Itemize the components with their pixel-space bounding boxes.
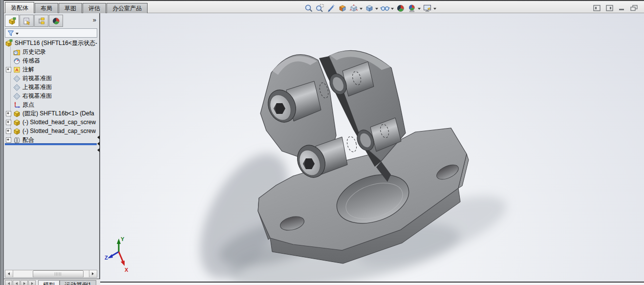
tab-office-products[interactable]: 办公室产品 <box>107 3 148 13</box>
panel-splitter-handle[interactable] <box>97 148 100 152</box>
expand-plus-icon[interactable] <box>6 129 11 134</box>
view-orientation-dropdown-icon[interactable] <box>359 4 364 13</box>
tab-assembly[interactable]: 装配体 <box>5 2 34 13</box>
display-style-icon[interactable] <box>364 3 375 13</box>
tree-item-label: 传感器 <box>22 57 40 65</box>
zoom-to-area-icon[interactable] <box>314 3 325 13</box>
study-nav-buttons <box>5 280 36 285</box>
panel-tab-bar <box>5 15 64 27</box>
panel-horizontal-scrollbar[interactable] <box>5 270 97 278</box>
tree-item-top-plane[interactable]: 上视基准面 <box>5 83 52 91</box>
bottom-edge-strip <box>100 283 644 285</box>
propertymanager-icon[interactable] <box>20 15 34 27</box>
svg-text:A: A <box>15 67 19 72</box>
tree-item-component-screw1[interactable]: (-) Slotted_head_cap_screw <box>5 118 96 127</box>
tree-item-label: 原点 <box>22 101 34 109</box>
tree-item-label: 注解 <box>22 66 34 74</box>
plane-icon <box>13 84 21 91</box>
bottom-tab-strip: 模型 运动算例1 <box>4 279 100 285</box>
first-record-icon[interactable] <box>5 280 12 285</box>
panel-splitter-handle[interactable] <box>97 142 100 146</box>
model-motion-tabs: 模型 运动算例1 <box>38 280 96 285</box>
expand-plus-icon[interactable] <box>6 120 11 125</box>
tree-item-history[interactable]: 历史记录 <box>5 47 46 56</box>
filter-funnel-icon <box>7 29 15 37</box>
tree-item-sensors[interactable]: 传感器 <box>5 56 40 65</box>
scroll-right-arrow-icon[interactable] <box>89 270 97 277</box>
tree-item-label: 配合 <box>22 136 34 144</box>
expand-plus-icon[interactable] <box>6 111 11 116</box>
graphics-area[interactable]: Y Z X <box>100 13 644 283</box>
tab-label: 办公室产品 <box>112 5 142 12</box>
triad-x-arrow <box>121 261 125 266</box>
tree-item-front-plane[interactable]: 前视基准面 <box>5 74 52 83</box>
tab-sketch[interactable]: 草图 <box>59 3 82 13</box>
origin-icon <box>13 101 21 109</box>
view-orientation-icon[interactable] <box>348 3 359 13</box>
tab-label: 布局 <box>41 5 52 12</box>
expand-plus-icon[interactable] <box>6 137 11 143</box>
edit-appearance-icon[interactable] <box>395 3 406 13</box>
triad-z-arrow <box>107 254 113 259</box>
hide-show-items-icon[interactable] <box>379 3 390 13</box>
annotations-icon: A <box>13 66 21 73</box>
tab-evaluate[interactable]: 评估 <box>83 3 106 13</box>
reference-triad: Y Z X <box>104 236 133 275</box>
tree-item-label: (固定) SHFTL16b<1> (Defa <box>22 110 94 118</box>
view-settings-icon[interactable] <box>422 3 433 13</box>
triad-y-arrow <box>117 239 121 244</box>
component-icon <box>13 128 21 135</box>
plane-icon <box>13 92 21 100</box>
filter-dropdown-icon[interactable] <box>15 29 20 37</box>
tab-label: 模型 <box>43 282 55 285</box>
scrollbar-track[interactable] <box>13 270 89 277</box>
tree-item-label: 右视基准面 <box>22 92 52 100</box>
configurationmanager-icon[interactable] <box>34 15 48 27</box>
tree-item-label: (-) Slotted_head_cap_screw <box>22 119 96 126</box>
tree-root-assembly[interactable]: SHFTL16 (SHFTL16<显示状态- <box>5 39 97 47</box>
pane-toggle-right-icon[interactable] <box>606 5 613 11</box>
featuremanager-tree-icon[interactable] <box>5 15 19 27</box>
tree-filter-bar[interactable] <box>5 28 97 38</box>
rollback-bar[interactable] <box>5 143 97 145</box>
tree-item-right-plane[interactable]: 右视基准面 <box>5 91 52 100</box>
document-window-controls <box>593 5 638 11</box>
last-record-icon[interactable] <box>28 280 36 285</box>
hide-show-items-dropdown-icon[interactable] <box>390 4 395 13</box>
tab-motion-study[interactable]: 运动算例1 <box>60 280 96 285</box>
tab-label: 评估 <box>88 5 100 12</box>
apply-scene-dropdown-icon[interactable] <box>417 4 422 13</box>
solidworks-window: 装配体 布局 草图 评估 办公室产品 <box>0 0 644 285</box>
triad-z-label: Z <box>105 255 108 261</box>
view-settings-dropdown-icon[interactable] <box>433 4 437 13</box>
display-style-dropdown-icon[interactable] <box>375 4 379 13</box>
component-icon <box>13 110 21 117</box>
minimize-icon[interactable] <box>619 5 625 11</box>
tree-item-component-screw2[interactable]: (-) Slotted_head_cap_screw <box>5 127 96 135</box>
tab-model[interactable]: 模型 <box>38 280 60 285</box>
tree-item-component-fixed[interactable]: (固定) SHFTL16b<1> (Defa <box>5 109 94 118</box>
panel-splitter-handle[interactable] <box>97 135 100 139</box>
next-record-icon[interactable] <box>21 280 28 285</box>
feature-tree: SHFTL16 (SHFTL16<显示状态- 历史记录 传感器 A 注解 <box>4 39 100 151</box>
tree-item-origin[interactable]: 原点 <box>5 100 34 109</box>
tab-label: 运动算例1 <box>64 282 91 285</box>
model-3d[interactable] <box>100 13 644 282</box>
scroll-left-arrow-icon[interactable] <box>5 270 13 277</box>
scrollbar-thumb[interactable] <box>33 270 84 278</box>
panel-tab-overflow-chevron[interactable]: » <box>93 17 96 23</box>
tab-layout[interactable]: 布局 <box>35 3 58 13</box>
section-view-icon[interactable] <box>337 3 348 13</box>
previous-record-icon[interactable] <box>13 280 20 285</box>
pane-toggle-left-icon[interactable] <box>593 5 601 11</box>
tree-item-label: 上视基准面 <box>22 83 52 91</box>
displaymanager-icon[interactable] <box>49 15 63 27</box>
expand-plus-icon[interactable] <box>6 67 11 72</box>
restore-icon[interactable] <box>630 5 638 11</box>
mates-icon <box>13 136 21 144</box>
apply-scene-icon[interactable] <box>406 3 417 13</box>
tree-item-annotations[interactable]: A 注解 <box>5 65 34 74</box>
zoom-to-fit-icon[interactable] <box>303 3 314 13</box>
tree-item-label: 前视基准面 <box>22 74 52 83</box>
previous-view-icon[interactable] <box>325 3 337 13</box>
